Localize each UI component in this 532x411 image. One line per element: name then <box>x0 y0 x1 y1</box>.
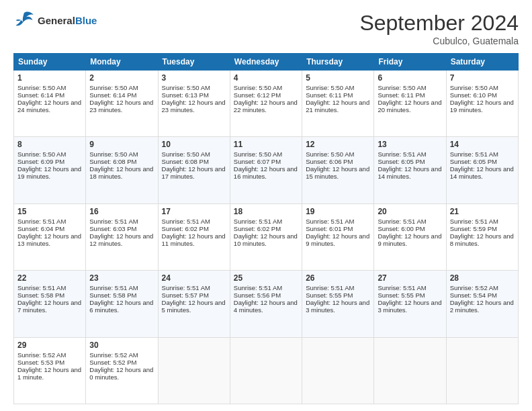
daylight-label: Daylight: 12 hours and 23 minutes. <box>89 99 153 113</box>
sunset-label: Sunset: 6:08 PM <box>89 158 136 165</box>
sunrise-label: Sunrise: 5:51 AM <box>306 284 354 291</box>
sunset-label: Sunset: 6:09 PM <box>17 158 64 165</box>
daylight-label: Daylight: 12 hours and 16 minutes. <box>234 165 298 180</box>
table-cell: 25 Sunrise: 5:51 AM Sunset: 5:56 PM Dayl… <box>230 271 302 337</box>
table-cell: 1 Sunrise: 5:50 AM Sunset: 6:14 PM Dayli… <box>14 71 86 137</box>
daylight-label: Daylight: 12 hours and 5 minutes. <box>162 299 226 314</box>
sunset-label: Sunset: 6:14 PM <box>17 91 64 99</box>
table-cell: 8 Sunrise: 5:50 AM Sunset: 6:09 PM Dayli… <box>14 137 86 203</box>
table-cell: 7 Sunrise: 5:50 AM Sunset: 6:10 PM Dayli… <box>446 71 518 137</box>
daylight-label: Daylight: 12 hours and 2 minutes. <box>450 299 514 314</box>
sunset-label: Sunset: 6:04 PM <box>17 225 64 232</box>
day-number: 23 <box>89 273 154 283</box>
daylight-label: Daylight: 12 hours and 19 minutes. <box>450 99 514 113</box>
day-number: 26 <box>306 273 370 283</box>
day-number: 2 <box>89 73 154 83</box>
sunrise-label: Sunrise: 5:51 AM <box>306 218 354 225</box>
sunset-label: Sunset: 6:05 PM <box>378 158 425 165</box>
month-title: September 2024 <box>359 11 519 36</box>
table-row: 15 Sunrise: 5:51 AM Sunset: 6:04 PM Dayl… <box>14 203 519 270</box>
sunrise-label: Sunrise: 5:51 AM <box>234 284 282 291</box>
daylight-label: Daylight: 12 hours and 24 minutes. <box>17 99 81 113</box>
sunrise-label: Sunrise: 5:51 AM <box>378 218 426 225</box>
sunset-label: Sunset: 6:13 PM <box>162 91 209 99</box>
table-cell: 10 Sunrise: 5:50 AM Sunset: 6:08 PM Dayl… <box>158 137 230 203</box>
sunset-label: Sunset: 6:01 PM <box>306 225 353 232</box>
calendar-table: Sunday Monday Tuesday Wednesday Thursday… <box>13 53 519 404</box>
day-number: 8 <box>17 140 82 149</box>
daylight-label: Daylight: 12 hours and 17 minutes. <box>162 165 226 180</box>
day-number: 11 <box>234 140 298 149</box>
sunrise-label: Sunrise: 5:51 AM <box>234 218 282 225</box>
sunset-label: Sunset: 5:58 PM <box>17 291 64 299</box>
daylight-label: Daylight: 12 hours and 6 minutes. <box>89 299 153 314</box>
table-cell: 6 Sunrise: 5:50 AM Sunset: 6:11 PM Dayli… <box>374 71 446 137</box>
daylight-label: Daylight: 12 hours and 10 minutes. <box>234 232 298 247</box>
sunrise-label: Sunrise: 5:50 AM <box>450 84 498 91</box>
sunset-label: Sunset: 6:08 PM <box>162 158 209 165</box>
daylight-label: Daylight: 12 hours and 3 minutes. <box>306 299 369 314</box>
col-sunday: Sunday <box>14 54 86 71</box>
col-monday: Monday <box>86 54 158 71</box>
sunrise-label: Sunrise: 5:52 AM <box>450 284 498 291</box>
sunset-label: Sunset: 5:59 PM <box>450 225 497 232</box>
sunset-label: Sunset: 6:00 PM <box>378 225 425 232</box>
daylight-label: Daylight: 12 hours and 11 minutes. <box>162 232 226 247</box>
table-cell <box>374 337 446 404</box>
table-row: 8 Sunrise: 5:50 AM Sunset: 6:09 PM Dayli… <box>14 137 519 203</box>
col-thursday: Thursday <box>302 54 374 71</box>
sunset-label: Sunset: 6:12 PM <box>234 91 281 99</box>
sunset-label: Sunset: 6:11 PM <box>306 91 353 99</box>
table-row: 22 Sunrise: 5:51 AM Sunset: 5:58 PM Dayl… <box>14 271 519 337</box>
daylight-label: Daylight: 12 hours and 15 minutes. <box>306 165 369 180</box>
col-tuesday: Tuesday <box>158 54 230 71</box>
sunrise-label: Sunrise: 5:50 AM <box>17 84 66 91</box>
table-cell: 27 Sunrise: 5:51 AM Sunset: 5:55 PM Dayl… <box>374 271 446 337</box>
sunrise-label: Sunrise: 5:51 AM <box>162 218 210 225</box>
table-cell <box>158 337 230 404</box>
table-cell: 17 Sunrise: 5:51 AM Sunset: 6:02 PM Dayl… <box>158 203 230 270</box>
sunrise-label: Sunrise: 5:51 AM <box>89 218 138 225</box>
day-number: 3 <box>162 73 226 83</box>
day-number: 24 <box>162 273 226 283</box>
sunset-label: Sunset: 6:05 PM <box>450 158 497 165</box>
sunrise-label: Sunrise: 5:51 AM <box>450 150 498 158</box>
sunset-label: Sunset: 5:52 PM <box>89 359 136 366</box>
sunset-label: Sunset: 6:07 PM <box>234 158 281 165</box>
sunrise-label: Sunrise: 5:51 AM <box>450 218 498 225</box>
logo: GeneralBlue <box>13 11 97 30</box>
daylight-label: Daylight: 12 hours and 21 minutes. <box>306 99 369 113</box>
table-cell: 24 Sunrise: 5:51 AM Sunset: 5:57 PM Dayl… <box>158 271 230 337</box>
day-number: 21 <box>450 207 515 216</box>
table-cell: 19 Sunrise: 5:51 AM Sunset: 6:01 PM Dayl… <box>302 203 374 270</box>
table-cell: 12 Sunrise: 5:50 AM Sunset: 6:06 PM Dayl… <box>302 137 374 203</box>
day-number: 12 <box>306 140 370 149</box>
sunrise-label: Sunrise: 5:52 AM <box>17 351 66 359</box>
sunrise-label: Sunrise: 5:51 AM <box>378 150 426 158</box>
day-number: 30 <box>89 340 154 350</box>
header-row: Sunday Monday Tuesday Wednesday Thursday… <box>14 54 519 71</box>
day-number: 10 <box>162 140 226 149</box>
sunrise-label: Sunrise: 5:50 AM <box>378 84 426 91</box>
sunrise-label: Sunrise: 5:50 AM <box>17 150 66 158</box>
table-cell: 11 Sunrise: 5:50 AM Sunset: 6:07 PM Dayl… <box>230 137 302 203</box>
table-cell: 30 Sunrise: 5:52 AM Sunset: 5:52 PM Dayl… <box>86 337 158 404</box>
day-number: 5 <box>306 73 370 83</box>
day-number: 14 <box>450 140 515 149</box>
daylight-label: Daylight: 12 hours and 23 minutes. <box>162 99 226 113</box>
logo-text: GeneralBlue <box>38 15 97 26</box>
table-cell: 22 Sunrise: 5:51 AM Sunset: 5:58 PM Dayl… <box>14 271 86 337</box>
day-number: 1 <box>17 73 82 83</box>
col-wednesday: Wednesday <box>230 54 302 71</box>
sunrise-label: Sunrise: 5:50 AM <box>306 84 354 91</box>
sunset-label: Sunset: 5:55 PM <box>378 291 425 299</box>
day-number: 4 <box>234 73 298 83</box>
daylight-label: Daylight: 12 hours and 4 minutes. <box>234 299 298 314</box>
daylight-label: Daylight: 12 hours and 22 minutes. <box>234 99 298 113</box>
day-number: 6 <box>378 73 442 83</box>
table-cell: 5 Sunrise: 5:50 AM Sunset: 6:11 PM Dayli… <box>302 71 374 137</box>
sunset-label: Sunset: 6:14 PM <box>89 91 136 99</box>
table-cell: 26 Sunrise: 5:51 AM Sunset: 5:55 PM Dayl… <box>302 271 374 337</box>
sunset-label: Sunset: 6:10 PM <box>450 91 497 99</box>
day-number: 17 <box>162 207 226 216</box>
